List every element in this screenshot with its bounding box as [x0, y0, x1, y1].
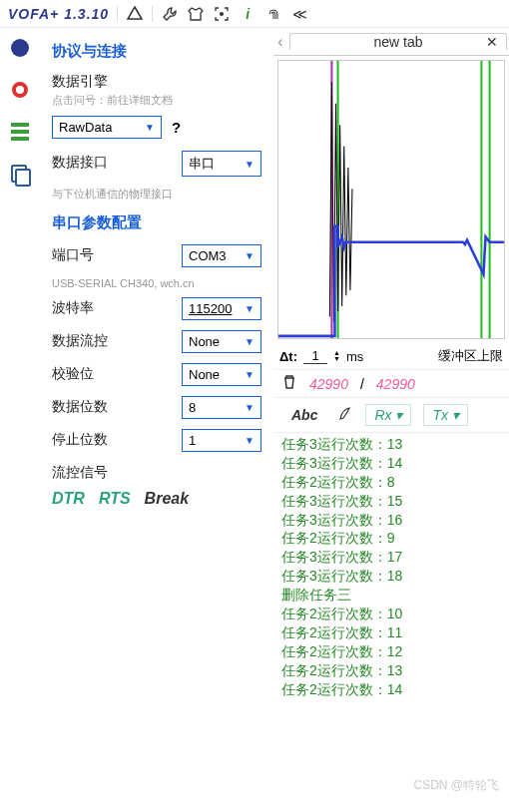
- dt-value[interactable]: 1: [303, 348, 327, 364]
- engine-select[interactable]: RawData ▼: [52, 116, 162, 139]
- port-hint: USB-SERIAL CH340, wch.cn: [52, 277, 261, 289]
- log-line: 任务3运行次数：16: [281, 511, 501, 530]
- config-panel: 协议与连接 数据引擎 点击问号：前往详细文档 RawData ▼ ? 数据接口 …: [40, 28, 273, 812]
- baud-value: 115200: [189, 301, 232, 316]
- pen-icon[interactable]: [337, 406, 353, 425]
- log-line: 任务3运行次数：15: [281, 492, 501, 511]
- log-line: 任务2运行次数：13: [281, 661, 501, 680]
- stopbits-label: 停止位数: [52, 431, 182, 449]
- chevron-down-icon: ▼: [245, 336, 254, 347]
- separator: [117, 6, 118, 22]
- rts-button[interactable]: RTS: [99, 490, 131, 508]
- main-area: 协议与连接 数据引擎 点击问号：前往详细文档 RawData ▼ ? 数据接口 …: [0, 28, 509, 812]
- abc-tab[interactable]: Abc: [283, 405, 325, 425]
- connect-icon[interactable]: [8, 36, 32, 60]
- chart-area[interactable]: [277, 60, 505, 339]
- log-line: 任务3运行次数：17: [281, 548, 501, 567]
- break-button[interactable]: Break: [145, 490, 189, 508]
- log-line: 任务2运行次数：9: [281, 529, 501, 548]
- engine-value: RawData: [59, 120, 112, 135]
- tx-tab[interactable]: Tx ▾: [423, 404, 467, 426]
- menu-icon[interactable]: [8, 120, 32, 144]
- buffer-total: 42990: [376, 376, 415, 392]
- triangle-down-icon[interactable]: [126, 5, 144, 23]
- port-select[interactable]: COM3 ▼: [182, 244, 261, 267]
- engine-help-button[interactable]: ?: [172, 119, 181, 136]
- chevron-down-icon: ▼: [245, 159, 254, 170]
- stopbits-value: 1: [189, 433, 196, 448]
- app-title: VOFA+ 1.3.10: [8, 6, 109, 22]
- right-panel: ‹ new tab ✕ Δt: 1 ▲▼ ms 缓冲区上限: [273, 28, 509, 812]
- buffer-current: 42990: [309, 376, 348, 392]
- focus-icon[interactable]: [213, 5, 231, 23]
- flow-value: None: [189, 334, 220, 349]
- chevron-down-icon: ▼: [145, 122, 155, 133]
- interface-label: 数据接口: [52, 154, 182, 172]
- separator: [152, 6, 153, 22]
- trash-icon[interactable]: [281, 374, 297, 393]
- parity-value: None: [189, 367, 220, 382]
- interface-value: 串口: [189, 155, 215, 173]
- log-line: 任务3运行次数：13: [281, 435, 501, 454]
- tab-bar: ‹ new tab ✕: [273, 28, 509, 56]
- stopbits-select[interactable]: 1 ▼: [182, 429, 261, 452]
- wrench-icon[interactable]: [161, 5, 179, 23]
- flow-select[interactable]: None ▼: [182, 330, 261, 353]
- tab-new[interactable]: new tab ✕: [289, 33, 507, 50]
- log-line: 任务3运行次数：14: [281, 454, 501, 473]
- log-line: 删除任务三: [281, 586, 501, 605]
- buffer-row: 42990 / 42990: [273, 369, 509, 398]
- port-label: 端口号: [52, 246, 182, 264]
- log-area[interactable]: 任务3运行次数：13 任务3运行次数：14 任务2运行次数：8 任务3运行次数：…: [273, 433, 509, 812]
- tshirt-icon[interactable]: [187, 5, 205, 23]
- log-line: 任务3运行次数：18: [281, 567, 501, 586]
- parity-label: 校验位: [52, 365, 182, 383]
- msg-tabs: Abc Rx ▾ Tx ▾: [273, 398, 509, 433]
- interface-hint: 与下位机通信的物理接口: [52, 187, 261, 202]
- flowsig-label: 流控信号: [52, 464, 261, 482]
- tab-prev-icon[interactable]: ‹: [273, 33, 287, 51]
- chevron-down-icon: ▼: [245, 250, 254, 261]
- collapse-icon[interactable]: ≪: [290, 5, 308, 23]
- sidebar: [0, 28, 40, 812]
- databits-select[interactable]: 8 ▼: [182, 396, 261, 419]
- log-line: 任务2运行次数：14: [281, 680, 501, 699]
- chevron-down-icon: ▼: [245, 435, 254, 446]
- chevron-down-icon: ▼: [245, 369, 254, 380]
- flow-label: 数据流控: [52, 332, 182, 350]
- serial-title: 串口参数配置: [52, 213, 261, 232]
- close-icon[interactable]: ✕: [486, 34, 498, 50]
- dtr-button[interactable]: DTR: [52, 490, 85, 508]
- log-line: 任务2运行次数：10: [281, 605, 501, 623]
- record-icon[interactable]: [8, 78, 32, 102]
- dt-row: Δt: 1 ▲▼ ms 缓冲区上限: [273, 343, 509, 369]
- buffer-label: 缓冲区上限: [438, 347, 503, 365]
- rx-tab[interactable]: Rx ▾: [365, 404, 411, 426]
- log-line: 任务2运行次数：12: [281, 642, 501, 661]
- chevron-down-icon: ▼: [245, 303, 254, 314]
- copy-icon[interactable]: [8, 162, 32, 186]
- chevron-down-icon: ▼: [245, 402, 254, 413]
- log-line: 任务2运行次数：11: [281, 623, 501, 642]
- databits-value: 8: [189, 400, 196, 415]
- parity-select[interactable]: None ▼: [182, 363, 261, 386]
- baud-select[interactable]: 115200 ▼: [182, 297, 261, 320]
- svg-point-0: [220, 12, 224, 16]
- tab-label: new tab: [373, 34, 422, 50]
- port-value: COM3: [189, 248, 227, 263]
- watermark: CSDN @特轮飞: [413, 777, 499, 794]
- info-icon[interactable]: i: [239, 5, 256, 23]
- fingerprint-icon[interactable]: [264, 5, 282, 23]
- engine-hint: 点击问号：前往详细文档: [52, 93, 261, 108]
- dt-spinner[interactable]: ▲▼: [333, 350, 340, 362]
- engine-label: 数据引擎: [52, 73, 261, 91]
- buffer-sep: /: [360, 376, 364, 392]
- dt-unit: ms: [346, 349, 363, 364]
- titlebar: VOFA+ 1.3.10 i ≪: [0, 0, 509, 28]
- databits-label: 数据位数: [52, 398, 182, 416]
- interface-select[interactable]: 串口 ▼: [182, 151, 261, 177]
- dt-label: Δt:: [279, 349, 297, 364]
- protocol-title: 协议与连接: [52, 42, 261, 61]
- baud-label: 波特率: [52, 299, 182, 317]
- flowsig-row: DTR RTS Break: [52, 490, 261, 508]
